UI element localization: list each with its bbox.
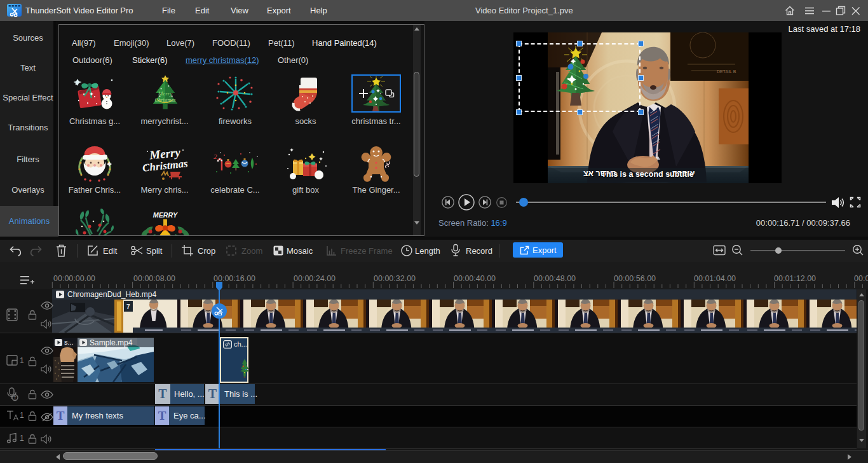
svg-text:This is a second subtitle: This is a second subtitle xyxy=(601,170,693,179)
svg-text:7: 7 xyxy=(126,303,130,310)
svg-text:DETAIL B: DETAIL B xyxy=(717,69,736,74)
svg-text:2: 2 xyxy=(214,153,217,160)
svg-text:T: T xyxy=(14,396,17,400)
svg-text:Christmas: Christmas xyxy=(155,97,176,103)
svg-text:Christmas: Christmas xyxy=(142,157,188,174)
svg-text:MERRY: MERRY xyxy=(153,211,178,218)
